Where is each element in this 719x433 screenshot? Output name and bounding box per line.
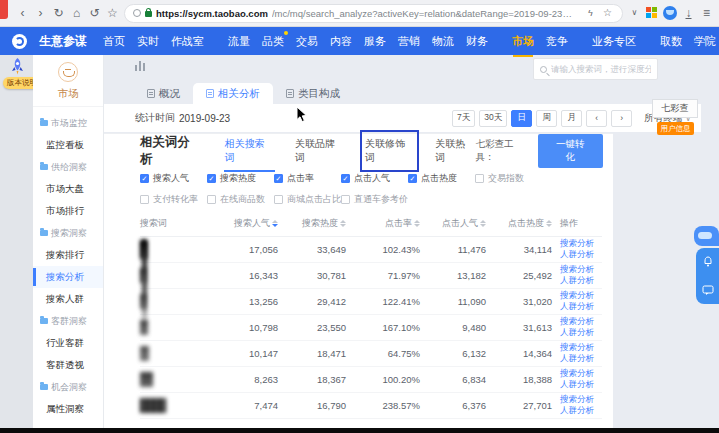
nav-item-academy[interactable]: 学院 bbox=[694, 34, 716, 49]
range-7d-button[interactable]: 7天 bbox=[452, 110, 475, 127]
sort-icon[interactable] bbox=[414, 220, 420, 227]
stat-date[interactable]: 2019-09-23 bbox=[179, 113, 230, 124]
crowd-analysis-link[interactable]: 人群分析 bbox=[560, 405, 600, 416]
nav-item-business-zone[interactable]: 业务专区 bbox=[592, 34, 636, 49]
crowd-analysis-link[interactable]: 人群分析 bbox=[560, 327, 600, 338]
history-icon[interactable]: ↺ bbox=[88, 7, 101, 19]
page-info-icon[interactable] bbox=[133, 9, 141, 17]
sidebar-item-search-ranking[interactable]: 搜索排行 bbox=[33, 244, 103, 266]
sidebar-item-search-crowd[interactable]: 搜索人群 bbox=[33, 288, 103, 310]
sort-icon[interactable] bbox=[546, 220, 552, 227]
tab-overview[interactable]: 概况 bbox=[134, 83, 193, 104]
nav-item-category[interactable]: 品类 bbox=[262, 34, 284, 49]
bell-icon[interactable] bbox=[702, 256, 714, 268]
one-key-convert-button[interactable]: 一键转化 bbox=[538, 134, 603, 168]
sidebar-item-attribute-insight[interactable]: 属性洞察 bbox=[33, 398, 103, 420]
tab-related-search-words[interactable]: 相关搜索词 bbox=[224, 134, 275, 168]
menu-icon[interactable]: ≡ bbox=[700, 7, 713, 19]
rocket-icon[interactable] bbox=[11, 58, 24, 75]
checkbox-search-heat[interactable]: 搜索热度 bbox=[207, 172, 274, 185]
checkbox-click-popularity[interactable]: 点击人气 bbox=[341, 172, 408, 185]
prev-date-button[interactable]: ‹ bbox=[586, 110, 607, 127]
nav-item-logistics[interactable]: 物流 bbox=[432, 34, 454, 49]
sort-icon[interactable] bbox=[340, 220, 346, 227]
col-click-popularity[interactable]: 点击人气 bbox=[422, 212, 488, 236]
search-analysis-link[interactable]: 搜索分析 bbox=[560, 394, 600, 405]
browser-tab-stub[interactable] bbox=[0, 0, 8, 19]
sidebar-group-customer-insight[interactable]: 客群洞察 bbox=[33, 310, 103, 332]
tab-category-composition[interactable]: 类目构成 bbox=[273, 83, 353, 104]
bookmark-star-icon[interactable]: ☆ bbox=[106, 7, 119, 19]
chat-icon[interactable] bbox=[702, 285, 714, 296]
sidebar-item-industry-customers[interactable]: 行业客群 bbox=[33, 332, 103, 354]
sidebar-group-supply-insight[interactable]: 供给洞察 bbox=[33, 156, 103, 178]
tab-relation-analysis[interactable]: 相关分析 bbox=[193, 83, 273, 104]
reload-icon[interactable]: ↻ bbox=[52, 7, 65, 19]
nav-item-service[interactable]: 服务 bbox=[364, 34, 386, 49]
sidebar-item-market-overview[interactable]: 市场大盘 bbox=[33, 178, 103, 200]
nav-item-competition[interactable]: 竞争 bbox=[546, 34, 568, 49]
crowd-analysis-link[interactable]: 人群分析 bbox=[560, 249, 600, 260]
checkbox-trade-index[interactable]: 交易指数 bbox=[475, 172, 542, 185]
search-input[interactable] bbox=[551, 64, 651, 74]
search-analysis-link[interactable]: 搜索分析 bbox=[560, 368, 600, 379]
nav-item-trade[interactable]: 交易 bbox=[296, 34, 318, 49]
search-analysis-link[interactable]: 搜索分析 bbox=[560, 264, 600, 275]
range-month-button[interactable]: 月 bbox=[561, 110, 582, 127]
search-analysis-link[interactable]: 搜索分析 bbox=[560, 342, 600, 353]
nav-item-marketing[interactable]: 营销 bbox=[398, 34, 420, 49]
search-analysis-link[interactable]: 搜索分析 bbox=[560, 316, 600, 327]
checkbox-click-heat[interactable]: 点击热度 bbox=[408, 172, 475, 185]
bolt-icon[interactable]: ϟ bbox=[584, 9, 597, 18]
range-week-button[interactable]: 周 bbox=[536, 110, 557, 127]
user-info-float-button[interactable]: 用户信息 bbox=[657, 122, 694, 135]
nav-item-realtime[interactable]: 实时 bbox=[137, 34, 159, 49]
qicaicha-float-button[interactable]: 七彩查 bbox=[652, 99, 698, 118]
nav-item-finance[interactable]: 财务 bbox=[466, 34, 488, 49]
columns-icon[interactable] bbox=[135, 61, 145, 71]
tab-brand-words[interactable]: 关联品牌词 bbox=[294, 134, 345, 168]
col-search-popularity[interactable]: 搜索人气 bbox=[202, 212, 280, 236]
search-analysis-link[interactable]: 搜索分析 bbox=[560, 290, 600, 301]
range-30d-button[interactable]: 30天 bbox=[479, 110, 507, 127]
address-bar[interactable]: https://sycm.taobao.com /mc/mq/search_an… bbox=[124, 4, 623, 23]
brand-name[interactable]: 生意参谋 bbox=[39, 33, 87, 50]
home-icon[interactable]: ⌂ bbox=[70, 7, 83, 19]
nav-item-home[interactable]: 首页 bbox=[103, 34, 125, 49]
sidebar-group-search-insight[interactable]: 搜索洞察 bbox=[33, 222, 103, 244]
sidebar-item-monitor-board[interactable]: 监控看板 bbox=[33, 134, 103, 156]
assistant-mascot-icon[interactable] bbox=[694, 226, 719, 246]
crowd-analysis-link[interactable]: 人群分析 bbox=[560, 379, 600, 390]
col-click-rate[interactable]: 点击率 bbox=[348, 212, 422, 236]
col-search-heat[interactable]: 搜索热度 bbox=[280, 212, 348, 236]
sort-icon[interactable] bbox=[480, 220, 486, 227]
keyword-search-box[interactable] bbox=[533, 58, 658, 80]
sidebar-item-customer-perspective[interactable]: 客群透视 bbox=[33, 354, 103, 376]
crowd-analysis-link[interactable]: 人群分析 bbox=[560, 353, 600, 364]
range-day-button[interactable]: 日 bbox=[511, 110, 532, 127]
extension-app-icon[interactable] bbox=[663, 6, 677, 20]
sidebar-group-market-monitor[interactable]: 市场监控 bbox=[33, 112, 103, 134]
nav-item-market[interactable]: 市场 bbox=[512, 34, 534, 49]
download-icon[interactable]: ↓ bbox=[682, 7, 695, 19]
star-icon[interactable]: ☆ bbox=[601, 8, 614, 18]
nav-item-traffic[interactable]: 流量 bbox=[228, 34, 250, 49]
sort-icon[interactable] bbox=[272, 220, 278, 227]
sidebar-item-search-analysis[interactable]: 搜索分析 bbox=[33, 266, 103, 288]
checkbox-online-items[interactable]: 在线商品数 bbox=[207, 193, 274, 206]
extension-grid-icon[interactable] bbox=[646, 7, 658, 19]
checkbox-ztc-ref-price[interactable]: 直通车参考价 bbox=[341, 193, 408, 206]
checkbox-mall-click-share[interactable]: 商城点击占比 bbox=[274, 193, 341, 206]
back-icon[interactable]: ‹ bbox=[16, 7, 29, 19]
col-click-heat[interactable]: 点击热度 bbox=[488, 212, 554, 236]
nav-item-war-room[interactable]: 作战室 bbox=[171, 34, 204, 49]
nav-item-data-fetch[interactable]: 取数 bbox=[660, 34, 682, 49]
search-analysis-link[interactable]: 搜索分析 bbox=[560, 238, 600, 249]
checkbox-search-popularity[interactable]: 搜索人气 bbox=[140, 172, 207, 185]
next-date-button[interactable]: › bbox=[611, 110, 632, 127]
chevron-down-icon[interactable]: ∨ bbox=[628, 9, 641, 17]
forward-icon[interactable]: › bbox=[34, 7, 47, 19]
crowd-analysis-link[interactable]: 人群分析 bbox=[560, 275, 600, 286]
tab-modifier-words[interactable]: 关联修饰词 bbox=[364, 134, 415, 168]
checkbox-click-rate[interactable]: 点击率 bbox=[274, 172, 341, 185]
